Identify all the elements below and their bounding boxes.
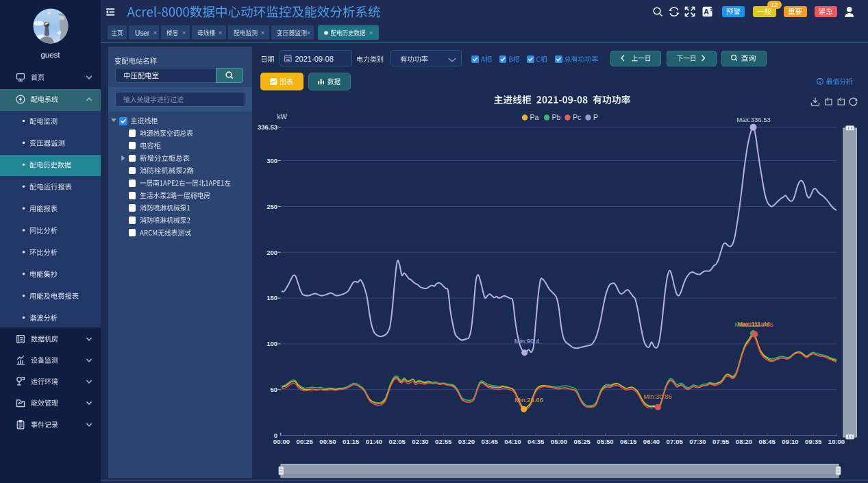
svg-text:03:20: 03:20 <box>458 438 475 445</box>
svg-text:Min:90.4: Min:90.4 <box>514 337 539 345</box>
svg-text:Pc: Pc <box>573 113 581 121</box>
svg-text:01:15: 01:15 <box>343 438 360 445</box>
svg-text:×: × <box>307 29 311 36</box>
svg-text:50: 50 <box>270 386 277 393</box>
svg-text:03:45: 03:45 <box>482 438 499 445</box>
svg-text:336.53: 336.53 <box>258 123 277 131</box>
svg-text:User: User <box>135 29 150 37</box>
svg-text:05:25: 05:25 <box>574 438 591 445</box>
svg-text:07:05: 07:05 <box>667 438 684 445</box>
svg-text:Min:30.86: Min:30.86 <box>643 393 672 400</box>
svg-text:02:30: 02:30 <box>412 438 428 445</box>
svg-text:09:35: 09:35 <box>805 438 822 445</box>
svg-text:05:00: 05:00 <box>551 438 567 445</box>
svg-text:Max:336.53: Max:336.53 <box>736 116 771 123</box>
svg-text:200: 200 <box>266 249 277 256</box>
svg-text:08:45: 08:45 <box>759 438 776 445</box>
svg-text:10:00: 10:00 <box>828 438 845 445</box>
svg-text:150: 150 <box>266 294 277 301</box>
svg-text:07:30: 07:30 <box>689 438 706 445</box>
svg-text:08:20: 08:20 <box>736 438 752 445</box>
svg-text:×: × <box>219 29 223 36</box>
svg-text:01:40: 01:40 <box>366 438 382 445</box>
svg-text:02:05: 02:05 <box>389 438 406 445</box>
svg-text:12: 12 <box>771 1 778 8</box>
svg-text:kW: kW <box>277 113 288 121</box>
svg-text:09:10: 09:10 <box>782 438 798 445</box>
svg-text:250: 250 <box>266 203 277 210</box>
svg-text:Pb: Pb <box>552 113 561 121</box>
svg-text:06:15: 06:15 <box>620 438 637 445</box>
svg-text:02:55: 02:55 <box>435 438 452 445</box>
svg-text:Max:111.44: Max:111.44 <box>737 320 770 327</box>
svg-text:04:10: 04:10 <box>504 438 521 445</box>
svg-text:×: × <box>261 29 265 36</box>
svg-text:06:40: 06:40 <box>643 438 660 445</box>
svg-text:×: × <box>153 29 158 36</box>
svg-text:00:00: 00:00 <box>273 438 290 445</box>
svg-text:04:35: 04:35 <box>528 438 545 445</box>
svg-text:×: × <box>182 29 186 36</box>
svg-text:07:55: 07:55 <box>712 438 730 445</box>
svg-text:Pa: Pa <box>530 113 539 121</box>
svg-text:100: 100 <box>266 340 277 347</box>
svg-text:00:50: 00:50 <box>319 438 336 445</box>
svg-text:05:50: 05:50 <box>597 438 613 445</box>
svg-text:×: × <box>369 29 373 36</box>
svg-text:Min:28.66: Min:28.66 <box>514 396 543 404</box>
svg-text:00:25: 00:25 <box>297 438 314 445</box>
svg-text:A: A <box>704 8 709 16</box>
svg-text:300: 300 <box>266 157 277 164</box>
svg-text:P: P <box>593 113 598 121</box>
svg-text:2021-09-08: 2021-09-08 <box>295 55 334 63</box>
svg-text:guest: guest <box>40 51 60 59</box>
